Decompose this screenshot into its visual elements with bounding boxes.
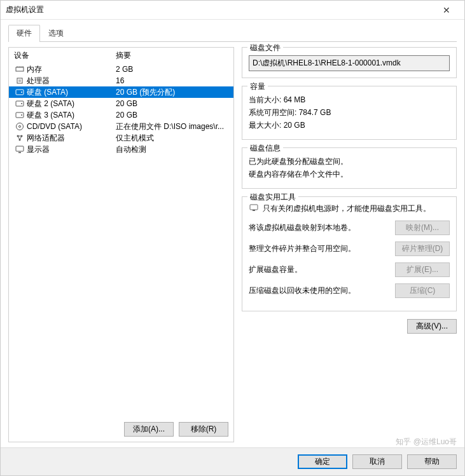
svg-rect-9 bbox=[16, 101, 24, 106]
hardware-buttons: 添加(A)... 移除(R) bbox=[9, 417, 233, 442]
add-button[interactable]: 添加(A)... bbox=[124, 422, 174, 437]
defrag-button: 碎片整理(D) bbox=[395, 241, 450, 256]
hardware-name: CD/DVD (SATA) bbox=[25, 122, 116, 131]
svg-point-14 bbox=[19, 126, 21, 128]
disk-icon bbox=[14, 88, 25, 96]
hardware-summary: 自动检测 bbox=[116, 144, 228, 155]
svg-rect-21 bbox=[253, 210, 255, 211]
capacity-title: 容量 bbox=[247, 81, 268, 92]
remove-button[interactable]: 移除(R) bbox=[179, 422, 228, 437]
header-device: 设备 bbox=[14, 50, 116, 61]
tab-bar: 硬件 选项 bbox=[8, 25, 457, 42]
vm-settings-window: 虚拟机设置 ✕ 硬件 选项 设备 摘要 内存2 GB处理器16硬盘 (SATA)… bbox=[0, 0, 465, 476]
util-map-row: 将该虚拟机磁盘映射到本地卷。 映射(M)... bbox=[249, 221, 450, 235]
hardware-row[interactable]: 硬盘 (SATA)20 GB (预先分配) bbox=[9, 86, 233, 98]
disk-icon bbox=[14, 111, 25, 119]
advanced-row: 高级(V)... bbox=[242, 319, 457, 334]
util-defrag-row: 整理文件碎片并整合可用空间。 碎片整理(D) bbox=[249, 241, 450, 256]
window-title: 虚拟机设置 bbox=[6, 4, 434, 15]
titlebar: 虚拟机设置 ✕ bbox=[1, 1, 464, 20]
content-area: 硬件 选项 设备 摘要 内存2 GB处理器16硬盘 (SATA)20 GB (预… bbox=[1, 20, 464, 447]
capacity-max: 最大大小: 20 GB bbox=[249, 120, 450, 131]
svg-rect-18 bbox=[16, 146, 24, 151]
panels: 设备 摘要 内存2 GB处理器16硬盘 (SATA)20 GB (预先分配)硬盘… bbox=[8, 42, 457, 442]
cpu-icon bbox=[14, 76, 25, 85]
hardware-summary: 16 bbox=[116, 76, 228, 85]
hardware-summary: 2 GB bbox=[116, 65, 228, 74]
hardware-list[interactable]: 内存2 GB处理器16硬盘 (SATA)20 GB (预先分配)硬盘 2 (SA… bbox=[9, 64, 233, 417]
svg-point-13 bbox=[17, 123, 24, 130]
hardware-row[interactable]: CD/DVD (SATA)正在使用文件 D:\ISO images\r... bbox=[9, 121, 233, 132]
disk-info-title: 磁盘信息 bbox=[247, 143, 283, 154]
capacity-current: 当前大小: 64 MB bbox=[249, 95, 450, 105]
hardware-summary: 仅主机模式 bbox=[116, 133, 228, 144]
hardware-summary: 20 GB bbox=[116, 111, 228, 119]
svg-rect-11 bbox=[16, 112, 24, 118]
util-map-desc: 将该虚拟机磁盘映射到本地卷。 bbox=[249, 222, 390, 233]
hardware-summary: 20 GB (预先分配) bbox=[116, 87, 228, 98]
util-expand-desc: 扩展磁盘容量。 bbox=[249, 264, 390, 275]
disk-info-line1: 已为此硬盘预分配磁盘空间。 bbox=[249, 156, 450, 167]
dialog-footer: 确定 取消 帮助 bbox=[1, 447, 464, 475]
hardware-row[interactable]: 硬盘 3 (SATA)20 GB bbox=[9, 109, 233, 121]
header-summary: 摘要 bbox=[116, 50, 131, 61]
hardware-panel: 设备 摘要 内存2 GB处理器16硬盘 (SATA)20 GB (预先分配)硬盘… bbox=[8, 47, 234, 442]
hardware-row[interactable]: 处理器16 bbox=[9, 75, 233, 86]
disk-icon bbox=[14, 100, 25, 107]
disk-file-path[interactable]: D:\虚拟机\RHEL8-1\RHEL8-1-000001.vmdk bbox=[249, 55, 450, 71]
disk-file-group: 磁盘文件 D:\虚拟机\RHEL8-1\RHEL8-1-000001.vmdk bbox=[242, 47, 457, 78]
info-icon bbox=[249, 203, 259, 212]
svg-point-12 bbox=[21, 114, 22, 116]
svg-rect-0 bbox=[16, 67, 24, 71]
detail-panel: 磁盘文件 D:\虚拟机\RHEL8-1\RHEL8-1-000001.vmdk … bbox=[242, 47, 457, 442]
hardware-row[interactable]: 网络适配器仅主机模式 bbox=[9, 132, 233, 144]
utilities-warning: 只有关闭虚拟机电源时，才能使用磁盘实用工具。 bbox=[263, 203, 431, 214]
tab-hardware[interactable]: 硬件 bbox=[8, 25, 40, 42]
expand-button: 扩展(E)... bbox=[395, 262, 450, 277]
net-icon bbox=[14, 133, 25, 142]
close-icon[interactable]: ✕ bbox=[434, 5, 459, 15]
hardware-row[interactable]: 内存2 GB bbox=[9, 64, 233, 75]
hardware-name: 硬盘 3 (SATA) bbox=[25, 110, 116, 121]
hardware-row[interactable]: 显示器自动检测 bbox=[9, 144, 233, 155]
utilities-title: 磁盘实用工具 bbox=[247, 192, 298, 203]
map-button: 映射(M)... bbox=[395, 221, 450, 235]
disk-file-title: 磁盘文件 bbox=[247, 43, 283, 53]
svg-rect-7 bbox=[16, 90, 24, 95]
capacity-group: 容量 当前大小: 64 MB 系统可用空间: 784.7 GB 最大大小: 20… bbox=[242, 86, 457, 140]
hardware-summary: 20 GB bbox=[116, 99, 228, 108]
cancel-button[interactable]: 取消 bbox=[352, 454, 402, 469]
cd-icon bbox=[14, 122, 25, 131]
hardware-name: 网络适配器 bbox=[25, 133, 116, 144]
disk-info-line2: 硬盘内容存储在单个文件中。 bbox=[249, 169, 450, 180]
help-button[interactable]: 帮助 bbox=[407, 454, 457, 469]
hardware-name: 硬盘 2 (SATA) bbox=[25, 99, 116, 109]
svg-point-8 bbox=[21, 92, 22, 93]
utilities-warning-row: 只有关闭虚拟机电源时，才能使用磁盘实用工具。 bbox=[249, 203, 450, 214]
compact-button: 压缩(C) bbox=[395, 283, 450, 298]
svg-rect-6 bbox=[18, 79, 21, 82]
hardware-summary: 正在使用文件 D:\ISO images\r... bbox=[116, 121, 228, 132]
hardware-name: 硬盘 (SATA) bbox=[25, 87, 116, 98]
ok-button[interactable]: 确定 bbox=[298, 454, 347, 469]
display-icon bbox=[14, 146, 25, 153]
svg-point-10 bbox=[21, 103, 22, 104]
disk-info-group: 磁盘信息 已为此硬盘预分配磁盘空间。 硬盘内容存储在单个文件中。 bbox=[242, 147, 457, 189]
hardware-row[interactable]: 硬盘 2 (SATA)20 GB bbox=[9, 98, 233, 109]
tab-options[interactable]: 选项 bbox=[40, 25, 72, 42]
memory-icon bbox=[14, 65, 25, 73]
util-expand-row: 扩展磁盘容量。 扩展(E)... bbox=[249, 262, 450, 277]
util-compact-desc: 压缩磁盘以回收未使用的空间。 bbox=[249, 285, 390, 296]
hardware-list-header: 设备 摘要 bbox=[9, 48, 233, 64]
hardware-name: 显示器 bbox=[25, 144, 116, 155]
utilities-group: 磁盘实用工具 只有关闭虚拟机电源时，才能使用磁盘实用工具。 将该虚拟机磁盘映射到… bbox=[242, 196, 457, 311]
hardware-name: 内存 bbox=[25, 64, 116, 75]
advanced-button[interactable]: 高级(V)... bbox=[407, 319, 457, 334]
util-compact-row: 压缩磁盘以回收未使用的空间。 压缩(C) bbox=[249, 283, 450, 298]
capacity-free: 系统可用空间: 784.7 GB bbox=[249, 107, 450, 118]
svg-rect-20 bbox=[250, 205, 258, 210]
util-defrag-desc: 整理文件碎片并整合可用空间。 bbox=[249, 243, 390, 254]
hardware-name: 处理器 bbox=[25, 76, 116, 86]
